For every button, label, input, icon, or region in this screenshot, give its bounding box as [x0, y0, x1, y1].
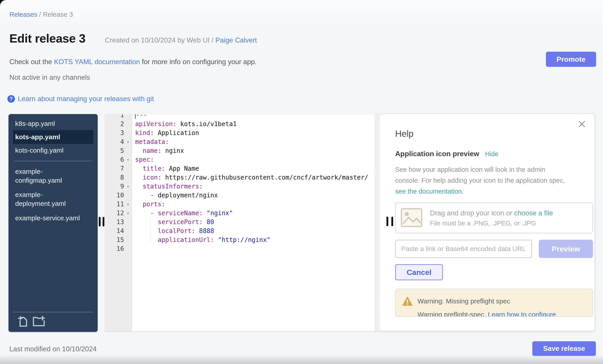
warning-detail: Warning preflight-spec. Learn how to con… — [417, 310, 556, 317]
help-panel-resize-handle-bar[interactable] — [386, 217, 388, 226]
code-line-text: --- — [132, 114, 147, 120]
line-number: 10 — [105, 191, 124, 200]
icon-preview-section-title: Application icon preview — [395, 150, 479, 158]
description-line: see the documentation. — [395, 186, 593, 197]
last-modified-text: Last modified on 10/10/2024 — [9, 345, 97, 353]
help-panel: Help Application icon preview Hide See h… — [379, 114, 595, 331]
kots-yaml-docs-link[interactable]: KOTS YAML documentation — [54, 58, 140, 66]
description-period: . — [462, 188, 464, 195]
yaml-code-editor[interactable]: 1---2apiVersion: kots.io/v1beta13kind: A… — [105, 114, 379, 331]
line-number: 14 — [105, 227, 124, 235]
dropzone-main-text: Drag and drop your icon or choose a file — [430, 208, 553, 218]
fold-gutter-spacer — [124, 227, 132, 235]
created-meta-text: Created on 10/10/2024 by Web UI / — [105, 36, 215, 44]
fold-arrow-icon[interactable]: ▾ — [124, 200, 132, 209]
description-line: console. For help adding your icon to th… — [395, 175, 593, 186]
code-line[interactable]: 2apiVersion: kots.io/v1beta1 — [105, 120, 375, 129]
save-release-button[interactable]: Save release — [532, 341, 596, 356]
file-tree-item[interactable]: example-service.yaml — [13, 213, 93, 223]
code-line-text: apiVersion: kots.io/v1beta1 — [132, 120, 237, 129]
sidebar-resize-handle-bar[interactable] — [103, 217, 104, 226]
git-releases-help-link[interactable]: ? Learn about managing your releases wit… — [7, 95, 154, 103]
file-tree-item[interactable]: example-configmap.yaml — [13, 167, 93, 185]
docs-line-before: Check out the — [9, 58, 54, 66]
code-line[interactable]: 4▾metadata: — [105, 137, 375, 146]
fold-gutter-spacer — [124, 244, 132, 253]
editor-scrollbar[interactable] — [375, 114, 378, 331]
code-line[interactable]: 1--- — [105, 114, 375, 120]
line-number: 16 — [105, 244, 124, 253]
fold-gutter-spacer — [124, 235, 132, 244]
fold-arrow-icon[interactable]: ▾ — [124, 155, 132, 164]
text-cursor — [135, 114, 136, 119]
git-help-label: Learn about managing your releases with … — [18, 95, 154, 103]
close-icon[interactable] — [578, 120, 586, 128]
code-line[interactable]: 6▾spec: — [105, 155, 375, 164]
line-number: 4 — [105, 137, 124, 146]
sidebar-toolbar — [13, 312, 93, 328]
code-line[interactable]: 8 icon: https://raw.githubusercontent.co… — [105, 173, 375, 182]
file-tree-item[interactable]: kots-config.yaml — [13, 146, 93, 155]
breadcrumb: Releases / Release 3 — [9, 11, 73, 18]
hide-link[interactable]: Hide — [485, 150, 499, 158]
see-documentation-link[interactable]: see the documentation — [395, 188, 462, 195]
code-line-text: title: App Name — [132, 164, 199, 173]
page-title: Edit release 3 — [9, 31, 85, 45]
screen-corner-artifact — [0, 0, 6, 6]
code-line[interactable]: 9▾ statusInformers: — [105, 182, 375, 191]
icon-url-input[interactable] — [395, 240, 532, 258]
choose-a-file-link[interactable]: choose a file — [514, 209, 553, 217]
code-line-text: ports: — [132, 200, 165, 209]
line-number: 13 — [105, 218, 124, 227]
code-line[interactable]: 11▾ ports: — [105, 200, 375, 209]
line-number: 3 — [105, 129, 124, 137]
warning-title: Warning: Missing preflight spec — [417, 297, 556, 306]
release-created-meta: Created on 10/10/2024 by Web UI / Paige … — [105, 36, 257, 44]
line-number: 11 — [105, 200, 124, 209]
code-line[interactable]: 15 applicationUrl: "http://nginx" — [105, 235, 375, 244]
code-line[interactable]: 7 title: App Name — [105, 164, 375, 173]
fold-arrow-icon[interactable]: ▾ — [124, 182, 132, 191]
author-link[interactable]: Paige Calvert — [215, 36, 257, 44]
file-tree-item[interactable]: kots-app.yaml — [13, 130, 93, 144]
question-circle-icon: ? — [7, 95, 15, 103]
description-line: See how your application icon will look … — [395, 164, 593, 175]
fold-arrow-icon[interactable]: ▾ — [124, 209, 132, 218]
icon-preview-description: See how your application icon will look … — [395, 164, 593, 197]
learn-how-to-configure-link[interactable]: Learn how to configure — [488, 311, 556, 317]
code-line[interactable]: 10 - deployment/nginx — [105, 191, 375, 200]
file-list: k8s-app.yamlkots-app.yamlkots-config.yam… — [13, 119, 93, 155]
fold-gutter-spacer — [124, 164, 132, 173]
help-panel-resize-handle-bar[interactable] — [391, 217, 393, 226]
cancel-button[interactable]: Cancel — [395, 264, 443, 280]
code-line-text: applicationUrl: "http://nginx" — [132, 235, 270, 244]
fold-arrow-icon[interactable]: ▾ — [124, 137, 132, 146]
code-line[interactable]: 13 servicePort: 80 — [105, 218, 375, 227]
line-number: 1 — [105, 114, 124, 120]
dropzone-file-requirements: File must be a .PNG, .JPEG, or .JPG — [430, 218, 553, 228]
preview-button[interactable]: Preview — [539, 240, 593, 258]
file-tree-item[interactable]: k8s-app.yaml — [13, 119, 93, 128]
editor-code-area[interactable]: 1---2apiVersion: kots.io/v1beta13kind: A… — [105, 114, 375, 253]
icon-dropzone[interactable]: Drag and drop your icon or choose a file… — [395, 202, 593, 233]
sidebar-resize-handle-bar[interactable] — [99, 217, 101, 226]
add-file-icon[interactable] — [18, 316, 28, 328]
file-list-divider — [14, 161, 92, 161]
add-folder-icon[interactable] — [33, 316, 46, 328]
line-number: 2 — [105, 120, 124, 129]
code-line[interactable]: 3kind: Application — [105, 129, 375, 137]
channel-status-text: Not active in any channels — [9, 74, 90, 82]
docs-helper-line: Check out the KOTS YAML documentation fo… — [9, 58, 257, 66]
code-line[interactable]: 5 name: nginx — [105, 146, 375, 155]
code-line-text — [132, 244, 135, 253]
breadcrumb-releases-link[interactable]: Releases — [9, 11, 37, 18]
promote-button[interactable]: Promote — [546, 52, 596, 67]
code-line-text: spec: — [132, 155, 154, 164]
code-line[interactable]: 16 — [105, 244, 375, 253]
breadcrumb-separator: / — [37, 11, 43, 18]
fold-gutter-spacer — [124, 191, 132, 200]
code-line[interactable]: 14 localPort: 8888 — [105, 227, 375, 235]
warning-triangle-icon — [402, 297, 413, 316]
file-tree-item[interactable]: example-deployment.yaml — [13, 190, 93, 208]
code-line[interactable]: 12▾ - serviceName: "nginx" — [105, 209, 375, 218]
